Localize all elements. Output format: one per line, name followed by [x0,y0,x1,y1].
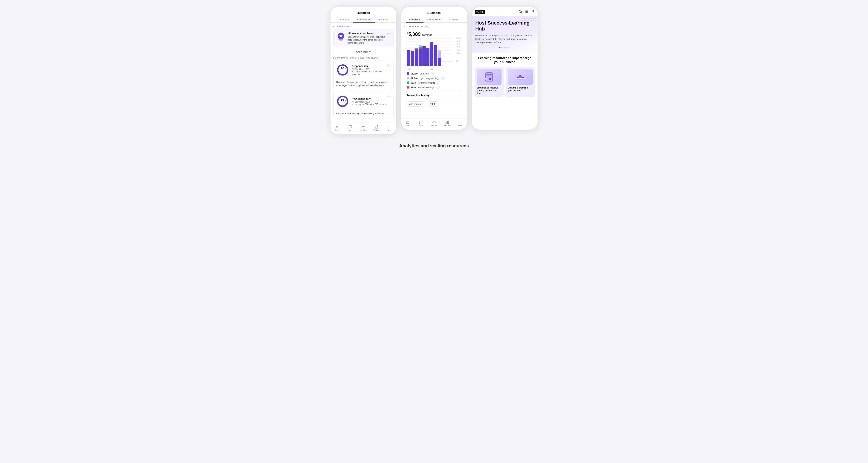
tab-reviews-2[interactable]: REVIEWS [446,17,462,23]
phone2-tabs: EARNINGS PERFORMANCE REVIEWS [401,17,467,23]
menu-icon[interactable] [525,10,528,14]
svg-point-75 [517,76,519,78]
svg-text:95: 95 [341,98,344,101]
allstar-help-icon[interactable]: ? [388,32,391,35]
svg-point-23 [390,127,390,127]
tab-earnings-2[interactable]: EARNINGS [406,17,423,23]
legend-missed: $236 Missed earnings ? [407,86,461,89]
nav2-more[interactable]: More [456,120,465,127]
show-more-button[interactable]: Show more ▾ [333,49,394,54]
svg-text:%: % [345,68,346,70]
acceptance-allstar-sub: All-Star Hosts: 90% [352,101,387,103]
phone-earnings: Business EARNINGS PERFORMANCE REVIEWS AL… [401,7,467,130]
chart-legend: $5,089 Earnings ? $1,348 Upcoming earnin… [404,70,464,91]
dot-5[interactable] [509,47,510,48]
svg-rect-68 [487,75,491,76]
resource-card-1[interactable]: Starting a successful hosting business o… [475,67,504,97]
response-help-icon[interactable]: ? [388,64,391,67]
svg-rect-67 [487,74,492,75]
metric-row-response: 95 % Response rate All-Star Hosts: 95% Y… [336,64,388,76]
svg-point-47 [529,18,530,19]
reimburse-help-icon[interactable]: ? [437,81,440,84]
nav-trips-label: Trips [335,129,339,131]
bar-chart-area: $1,000 $900 $800 $700 $600 [404,38,464,70]
nav-more[interactable]: More [385,125,394,131]
phone1-tabs: EARNINGS PERFORMANCE REVIEWS [331,17,396,23]
response-title: Response rate [352,65,388,67]
tab-earnings[interactable]: EARNINGS [336,17,353,23]
tab-performance[interactable]: PERFORMANCE [353,17,375,23]
nav-vehicles[interactable]: Vehicles [359,125,368,131]
phone-performance: Business EARNINGS PERFORMANCE REVIEWS AL… [331,7,396,134]
phone2-title: Business [401,7,467,15]
svg-point-44 [524,18,525,19]
upcoming-help-icon[interactable]: ? [441,76,444,80]
legend-earnings-amount: $5,089 [411,72,418,75]
dot-3[interactable] [504,47,505,48]
legend-upcoming-label: Upcoming earnings [420,77,439,79]
nav2-business[interactable]: Business [442,120,452,127]
tab-performance-2[interactable]: PERFORMANCE [424,17,446,23]
svg-rect-16 [362,127,365,128]
year-filter-button[interactable]: 2023 ▾ [427,101,439,106]
acceptance-help-icon[interactable]: ? [388,95,391,98]
svg-line-38 [521,12,522,13]
nav-trips[interactable]: Trips [333,125,342,131]
acceptance-info: Acceptance rate All-Star Hosts: 90% You … [352,97,387,105]
svg-rect-13 [336,128,339,128]
vehicles-filter-button[interactable]: All vehicles ▾ [407,101,426,106]
earnings-amount-row: $5,089 earnings [404,29,464,38]
transaction-history-label: Transaction history [407,94,429,97]
svg-point-76 [522,76,524,78]
response-allstar-sub: All-Star Hosts: 95% [352,68,388,70]
hero-desc: Expert advice and tips from Turo employe… [475,34,534,44]
svg-rect-33 [448,121,449,124]
svg-rect-74 [519,76,522,78]
search-icon[interactable] [519,10,522,14]
legend-missed-label: Missed earnings [418,86,434,89]
vehicles-filter-label: All vehicles [409,103,421,105]
vehicles-filter-arrow: ▾ [422,103,423,105]
missed-help-icon[interactable]: ? [436,86,440,89]
transaction-history-row[interactable]: Transaction history › [404,91,464,99]
hero-title: Host Success Learning Hub [475,20,534,32]
svg-point-27 [408,123,409,123]
svg-rect-32 [447,121,447,124]
resource-card-2[interactable]: Creating a profitable your busines [506,67,535,97]
nav-business[interactable]: Business [372,125,381,131]
year-filter-label: 2023 [430,103,435,105]
nav2-inbox[interactable]: Inbox [416,120,426,127]
svg-point-10 [338,96,347,106]
svg-rect-25 [406,123,409,124]
bottom-section: Analytics and scaling resources [3,134,865,152]
svg-point-6 [338,65,347,75]
svg-point-46 [528,18,528,19]
svg-text:%: % [345,100,346,101]
dot-1[interactable] [499,47,500,48]
svg-point-17 [362,128,363,128]
earnings-help-icon[interactable]: ? [431,72,434,75]
response-note: Nice work! Responding to all trip reques… [336,79,391,87]
resource-card-2-label: Creating a profitable your busines [508,87,533,92]
tab-reviews[interactable]: REVIEWS [375,17,391,23]
allstar-card: ★ All-Star Host achieved! Congrats on ea… [333,29,394,47]
dot-2[interactable] [501,47,503,48]
phone2-bottom-nav: Trips Inbox Vehicles [401,118,467,130]
allstar-desc: Congrats on earning All-Star Host status… [347,36,385,44]
response-rate-card: 95 % Response rate All-Star Hosts: 95% Y… [333,61,394,90]
phone1-bottom-nav: Trips Inbox Vehicles [331,123,396,134]
acceptance-detail: You accepted 300 out of 315 requests [352,103,387,105]
svg-rect-73 [517,79,524,80]
svg-rect-21 [377,126,378,128]
user-icon[interactable] [531,10,535,14]
nav2-vehicles[interactable]: Vehicles [429,120,439,127]
nav2-trips[interactable]: Trips [403,120,412,127]
legend-dot-reimburse [407,81,409,84]
svg-point-36 [461,122,462,123]
nav-inbox[interactable]: Inbox [346,125,355,131]
resource-card-2-img [508,69,533,85]
bottom-title: Analytics and scaling resources [3,143,865,148]
phone1-content: ALL-STAR HOST ★ All-Star Host achieved! … [331,23,396,123]
dot-4[interactable] [506,47,508,48]
svg-rect-19 [375,127,376,128]
